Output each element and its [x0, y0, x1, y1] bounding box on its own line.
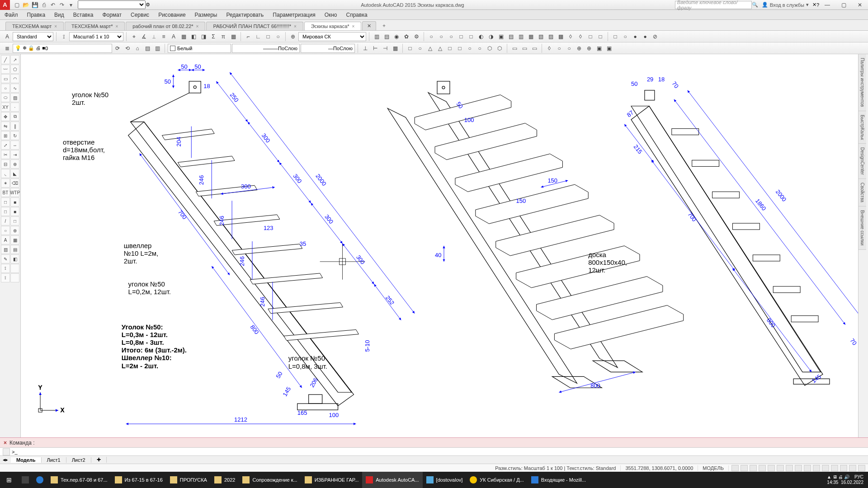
tool-icon[interactable]: ⌂	[133, 44, 142, 53]
close-icon[interactable]: ×	[294, 24, 297, 29]
tool-icon[interactable]: ⊢	[371, 44, 380, 53]
tool-icon[interactable]: /	[1, 216, 10, 225]
tool-icon[interactable]: ○	[447, 32, 456, 41]
tool-icon[interactable]: ▥	[153, 44, 162, 53]
workspace-gear-icon[interactable]: ⚙	[146, 2, 150, 8]
taskbar-item[interactable]: УК Сибирская / Д...	[466, 472, 528, 488]
tool-icon[interactable]: ⌖	[129, 32, 138, 41]
tool-icon[interactable]: A	[169, 32, 178, 41]
ucs-icon[interactable]: ⊕	[288, 32, 297, 41]
tool-icon[interactable]: ⊘	[651, 32, 660, 41]
tool-icon[interactable]: ■	[10, 207, 19, 216]
layout-tab[interactable]: Лист2	[66, 457, 91, 463]
menu-window[interactable]: Окно	[320, 12, 342, 18]
dimstyle-combo[interactable]: Масштаб 1 к 10	[69, 32, 123, 41]
tool-icon[interactable]	[10, 264, 19, 273]
rect-icon[interactable]: ▭	[1, 74, 10, 83]
color-combo[interactable]: Белый	[168, 44, 231, 53]
tool-icon[interactable]: ⟳	[113, 44, 122, 53]
scale-icon[interactable]: ⤢	[1, 141, 10, 150]
ucs-combo[interactable]: Мировая СК	[298, 32, 366, 41]
trim-icon[interactable]: ✂	[1, 150, 10, 159]
layout-tab-model[interactable]: Модель	[11, 457, 42, 463]
redo-icon[interactable]: ↷	[58, 1, 66, 9]
taskbar-item[interactable]: ИЗБРАННОЕ ГАР...	[301, 472, 363, 488]
tool-icon[interactable]: ▧	[536, 32, 545, 41]
tool-icon[interactable]: ⌐	[244, 32, 253, 41]
tool-icon[interactable]: ▦	[391, 44, 400, 53]
file-tab[interactable]: рабочий план от 08.02.22*×	[126, 22, 205, 30]
dyn-toggle[interactable]	[795, 465, 802, 471]
tool-icon[interactable]: ◧	[10, 254, 19, 263]
tool-icon[interactable]: ▭	[520, 44, 529, 53]
taskbar-item[interactable]	[33, 472, 47, 488]
hw-toggle[interactable]	[840, 465, 847, 471]
tool-icon[interactable]: ⟂	[149, 32, 158, 41]
tool-icon[interactable]: ○	[274, 32, 283, 41]
tool-icon[interactable]: □	[406, 44, 415, 53]
tool-icon[interactable]: ▭	[530, 44, 539, 53]
textstyle-combo[interactable]: Standard	[13, 32, 53, 41]
line-icon[interactable]: ╱	[1, 55, 10, 64]
tool-icon[interactable]: ▥	[516, 32, 525, 41]
menu-file[interactable]: Файл	[0, 12, 23, 18]
layer-mgr-icon[interactable]: ≣	[3, 44, 12, 53]
offset-icon[interactable]: ∥	[10, 122, 19, 131]
tool-icon[interactable]: WTP	[10, 188, 19, 197]
command-prompt[interactable]: >_	[12, 449, 18, 455]
menu-param[interactable]: Параметризация	[268, 12, 320, 18]
break-icon[interactable]: ⊟	[1, 160, 10, 169]
sc-toggle[interactable]	[813, 465, 820, 471]
ws-toggle[interactable]	[831, 465, 838, 471]
palette-tab[interactable]: DesignCenter	[859, 144, 866, 179]
palette-tab[interactable]: Свойства	[859, 179, 866, 206]
maximize-button[interactable]: ▢	[835, 0, 852, 10]
tool-icon[interactable]: ✎	[1, 254, 10, 263]
otrack-toggle[interactable]	[777, 465, 784, 471]
osnap-toggle[interactable]	[768, 465, 775, 471]
tool-icon[interactable]: ◨	[199, 32, 208, 41]
tool-icon[interactable]: ○	[621, 32, 630, 41]
tool-icon[interactable]: ▣	[604, 44, 613, 53]
join-icon[interactable]: ⊕	[10, 160, 19, 169]
tool-icon[interactable]: ⊕	[575, 44, 584, 53]
tool-icon[interactable]: ⟟	[1, 273, 10, 282]
layout-add[interactable]: ✚	[91, 457, 107, 463]
tool-icon[interactable]: ⊥	[361, 44, 370, 53]
dimstyle-icon[interactable]: ⟟	[59, 32, 68, 41]
system-tray[interactable]: ▲ 🖥 🖨 🔊 РУС 14:35 16.02.2022	[822, 474, 868, 486]
tool-icon[interactable]: ■	[10, 197, 19, 206]
workspace-combo[interactable]	[78, 0, 146, 9]
undo-icon[interactable]: ↶	[49, 1, 57, 9]
tool-icon[interactable]: ◑	[486, 32, 495, 41]
tool-icon[interactable]: ▥	[372, 32, 381, 41]
tool-icon[interactable]: ○	[465, 44, 474, 53]
open-icon[interactable]: 📂	[22, 1, 30, 9]
tool-icon[interactable]: ○	[565, 44, 574, 53]
snap-toggle[interactable]	[741, 465, 748, 471]
palette-tab[interactable]: Палитры инструментов	[859, 54, 866, 111]
circle-icon[interactable]: ○	[1, 84, 10, 93]
search-icon[interactable]: 🔍	[752, 2, 758, 8]
tool-icon[interactable]: □	[1, 207, 10, 216]
file-tab[interactable]: РАБОЧИЙ ПЛАН ПЛАСТ 66!!!!!!!!!*×	[206, 22, 303, 30]
taskbar-item[interactable]: Autodesk AutoCA...	[362, 472, 422, 488]
layout-nav-icon[interactable]: ◂▸	[0, 457, 11, 463]
erase-icon[interactable]: ⌫	[10, 178, 19, 188]
tool-icon[interactable]: ◊	[576, 32, 585, 41]
menu-modify[interactable]: Редактировать	[222, 12, 268, 18]
tool-icon[interactable]: ▦	[10, 235, 19, 244]
close-icon[interactable]: ×	[54, 24, 57, 29]
menu-dims[interactable]: Размеры	[190, 12, 222, 18]
menu-insert[interactable]: Вставка	[69, 12, 98, 18]
taskbar-item[interactable]: Входящие - Mozill...	[528, 472, 590, 488]
tool-icon[interactable]: ⚙	[412, 32, 421, 41]
point-icon[interactable]: ·	[10, 103, 19, 112]
taskbar-item[interactable]: Из 67-15 в 67-16	[111, 472, 166, 488]
taskbar-item[interactable]: 2022	[211, 472, 239, 488]
palette-tab[interactable]: БыстрКальк	[859, 111, 866, 144]
ann-toggle[interactable]	[822, 465, 829, 471]
tool-icon[interactable]: □	[1, 197, 10, 206]
tool-icon[interactable]: □	[455, 44, 464, 53]
array-icon[interactable]: ⊞	[1, 131, 10, 140]
